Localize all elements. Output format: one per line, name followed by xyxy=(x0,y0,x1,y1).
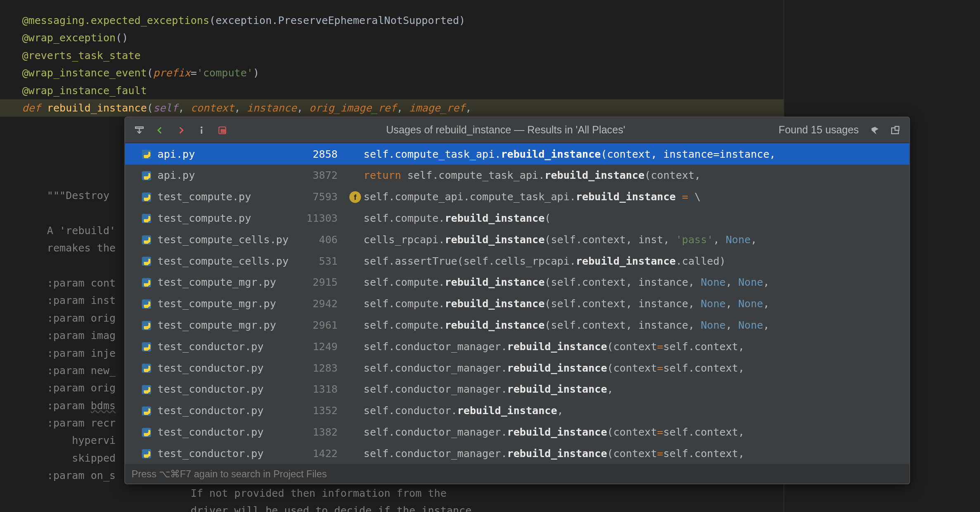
usage-filename: test_conductor.py xyxy=(158,362,302,374)
usage-snippet: return self.compute_task_api.rebuild_ins… xyxy=(364,169,701,182)
usage-snippet: self.compute.rebuild_instance(self.conte… xyxy=(364,298,769,310)
usage-line-number: 2858 xyxy=(301,148,347,160)
popup-title: Usages of rebuild_instance — Results in … xyxy=(233,124,779,136)
usage-result-row[interactable]: test_compute_mgr.py2961self.compute.rebu… xyxy=(125,314,909,336)
usage-line-number: 406 xyxy=(301,233,347,246)
svg-rect-6 xyxy=(895,126,899,130)
usage-result-row[interactable]: test_compute_mgr.py2942self.compute.rebu… xyxy=(125,293,909,315)
usage-snippet: cells_rpcapi.rebuild_instance(self.conte… xyxy=(364,233,757,246)
usage-result-row[interactable]: test_compute_mgr.py2915self.compute.rebu… xyxy=(125,272,909,293)
usage-result-row[interactable]: test_compute.py11303self.compute.rebuild… xyxy=(125,207,909,229)
python-file-icon xyxy=(141,384,152,395)
usage-filename: test_compute_mgr.py xyxy=(158,319,302,331)
usage-filename: test_compute.py xyxy=(158,191,302,203)
usage-snippet: self.assertTrue(self.cells_rpcapi.rebuil… xyxy=(364,255,726,267)
open-find-tool-window-button[interactable] xyxy=(129,120,149,140)
usage-snippet: self.compute.rebuild_instance( xyxy=(364,212,551,224)
usage-result-row[interactable]: api.py2858self.compute_task_api.rebuild_… xyxy=(125,143,909,165)
usage-snippet: self.conductor_manager.rebuild_instance(… xyxy=(364,362,745,374)
python-file-icon xyxy=(141,448,152,459)
usage-result-row[interactable]: test_compute_cells.py406cells_rpcapi.reb… xyxy=(125,229,909,250)
usage-snippet: self.compute.rebuild_instance(self.conte… xyxy=(364,319,769,331)
usage-line-number: 1382 xyxy=(301,426,347,438)
python-file-icon xyxy=(141,277,152,288)
usage-line-number: 3872 xyxy=(301,169,347,182)
usage-result-row[interactable]: test_conductor.py1422self.conductor_mana… xyxy=(125,443,909,464)
python-file-icon xyxy=(141,362,152,374)
usage-filename: test_compute_mgr.py xyxy=(158,276,302,289)
usage-filename: test_conductor.py xyxy=(158,383,302,396)
popup-result-count: Found 15 usages xyxy=(779,124,864,136)
usage-line-number: 2961 xyxy=(301,319,347,331)
usage-line-number: 11303 xyxy=(301,212,347,224)
usages-popup: m Usages of rebuild_instance — Results i… xyxy=(124,117,910,484)
next-occurrence-button[interactable] xyxy=(170,120,191,140)
usage-filename: test_conductor.py xyxy=(158,447,302,460)
usage-filename: test_compute_mgr.py xyxy=(158,298,302,310)
prev-occurrence-button[interactable] xyxy=(150,120,170,140)
usage-line-number: 1283 xyxy=(301,362,347,374)
python-file-icon xyxy=(141,255,152,267)
usage-snippet: self.conductor_manager.rebuild_instance(… xyxy=(364,340,745,353)
usage-filename: test_compute_cells.py xyxy=(158,255,302,267)
usage-line-number: 1318 xyxy=(301,383,347,396)
settings-button[interactable] xyxy=(864,120,885,140)
python-file-icon xyxy=(141,341,152,352)
python-file-icon xyxy=(141,405,152,416)
python-file-icon xyxy=(141,148,152,160)
svg-rect-0 xyxy=(135,127,143,128)
python-file-icon xyxy=(141,426,152,438)
usage-result-row[interactable]: api.py3872return self.compute_task_api.r… xyxy=(125,165,909,186)
usage-result-row[interactable]: test_compute.py7593fself.compute_api.com… xyxy=(125,186,909,208)
python-file-icon xyxy=(141,191,152,202)
usage-snippet: self.compute_api.compute_task_api.rebuil… xyxy=(364,191,701,203)
usage-result-row[interactable]: test_conductor.py1249self.conductor_mana… xyxy=(125,336,909,357)
usage-line-number: 1422 xyxy=(301,447,347,460)
svg-rect-2 xyxy=(201,129,203,133)
usage-snippet: self.conductor.rebuild_instance, xyxy=(364,405,563,417)
usage-snippet: self.conductor_manager.rebuild_instance(… xyxy=(364,426,745,438)
python-file-icon xyxy=(141,319,152,331)
usage-filename: api.py xyxy=(158,169,302,182)
usage-filename: test_compute.py xyxy=(158,212,302,224)
code-line[interactable]: @messaging.expected_exceptions(exception… xyxy=(0,12,784,29)
popup-toolbar: m Usages of rebuild_instance — Results i… xyxy=(125,117,909,143)
usage-snippet: self.conductor_manager.rebuild_instance, xyxy=(364,383,613,396)
code-line[interactable]: @wrap_exception() xyxy=(0,29,784,47)
usage-filename: test_conductor.py xyxy=(158,405,302,417)
pin-button[interactable] xyxy=(885,120,905,140)
usage-filename: test_compute_cells.py xyxy=(158,233,302,246)
usage-line-number: 7593 xyxy=(301,191,347,203)
usage-line-number: 1352 xyxy=(301,405,347,417)
usage-snippet: self.compute_task_api.rebuild_instance(c… xyxy=(364,148,776,160)
usage-result-row[interactable]: test_conductor.py1352self.conductor.rebu… xyxy=(125,400,909,422)
usage-line-number: 1249 xyxy=(301,340,347,353)
popup-footer-hint: Press ⌥⌘F7 again to search in Project Fi… xyxy=(125,464,909,484)
usage-filename: api.py xyxy=(158,148,302,160)
badge-column: f xyxy=(347,191,364,202)
usage-snippet: self.compute.rebuild_instance(self.conte… xyxy=(364,276,769,289)
usage-line-number: 531 xyxy=(301,255,347,267)
usage-result-row[interactable]: test_conductor.py1382self.conductor_mana… xyxy=(125,422,909,443)
usage-line-number: 2942 xyxy=(301,298,347,310)
python-file-icon xyxy=(141,234,152,245)
filter-button[interactable]: m xyxy=(212,120,232,140)
python-file-icon xyxy=(141,212,152,224)
code-line[interactable]: @reverts_task_state xyxy=(0,47,784,64)
usage-filename: test_conductor.py xyxy=(158,340,302,353)
code-line[interactable]: @wrap_instance_fault xyxy=(0,82,784,99)
field-badge-icon: f xyxy=(349,191,361,202)
code-line[interactable]: If not provided then information from th… xyxy=(0,484,784,502)
code-line[interactable]: driver will be used to decide if the ins… xyxy=(0,502,784,512)
info-button[interactable] xyxy=(191,120,212,140)
python-file-icon xyxy=(141,298,152,309)
usage-result-row[interactable]: test_compute_cells.py531self.assertTrue(… xyxy=(125,250,909,272)
usage-result-row[interactable]: test_conductor.py1318self.conductor_mana… xyxy=(125,379,909,400)
usages-list[interactable]: api.py2858self.compute_task_api.rebuild_… xyxy=(125,143,909,464)
code-line[interactable]: def rebuild_instance(self, context, inst… xyxy=(0,99,784,116)
python-file-icon xyxy=(141,170,152,181)
code-line[interactable]: @wrap_instance_event(prefix='compute') xyxy=(0,64,784,81)
usage-line-number: 2915 xyxy=(301,276,347,289)
usage-result-row[interactable]: test_conductor.py1283self.conductor_mana… xyxy=(125,357,909,379)
svg-point-1 xyxy=(201,126,203,128)
